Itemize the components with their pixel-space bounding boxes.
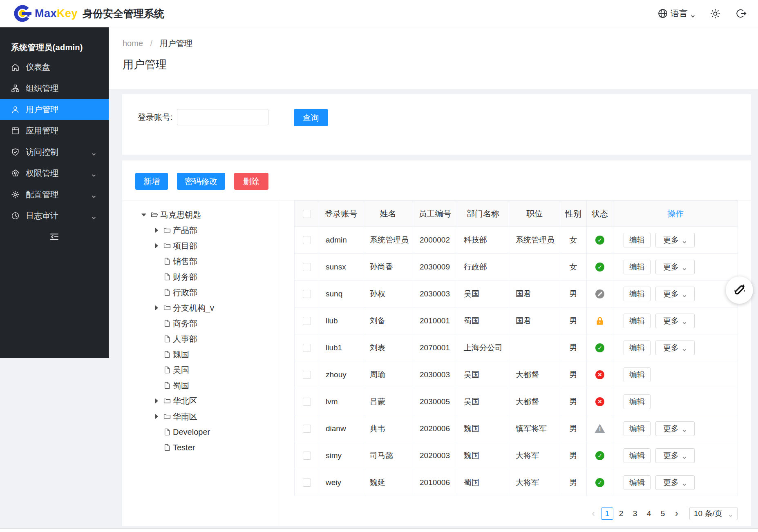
row-checkbox[interactable] xyxy=(303,398,311,406)
sidebar-item-1[interactable]: 组织管理 xyxy=(0,78,109,99)
page-button-1[interactable]: 1 xyxy=(601,508,613,520)
file-icon xyxy=(163,443,171,452)
content: 登录账号: 查询 新增 密码修改 删除 马克思钥匙产品部项目部销售部财务部行政部… xyxy=(109,89,758,532)
sidebar-item-3[interactable]: 应用管理 xyxy=(0,120,109,141)
tree-node-5[interactable]: 行政部 xyxy=(122,285,279,300)
page-size-select[interactable]: 10 条/页 xyxy=(689,507,738,520)
caret-placeholder xyxy=(154,336,159,342)
caret-right-icon[interactable] xyxy=(154,414,159,419)
sidebar-item-2[interactable]: 用户管理 xyxy=(0,99,109,120)
change-password-button[interactable]: 密码修改 xyxy=(177,173,225,190)
caret-placeholder xyxy=(154,274,159,280)
sidebar-item-6[interactable]: 配置管理 xyxy=(0,184,109,205)
cell-dept: 蜀国 xyxy=(457,307,509,334)
more-button[interactable]: 更多 xyxy=(655,287,695,301)
page-button-2[interactable]: 2 xyxy=(615,508,627,520)
more-label: 更多 xyxy=(663,316,679,326)
sidebar-item-4[interactable]: 访问控制 xyxy=(0,141,109,162)
next-page-button[interactable]: › xyxy=(671,508,683,520)
tree-node-7[interactable]: 商务部 xyxy=(122,316,279,331)
edit-button[interactable]: 编辑 xyxy=(624,367,651,382)
edit-button[interactable]: 编辑 xyxy=(624,287,651,301)
edit-button[interactable]: 编辑 xyxy=(624,341,651,355)
row-checkbox[interactable] xyxy=(303,479,311,487)
tree-node-label: 人事部 xyxy=(173,334,197,345)
more-button[interactable]: 更多 xyxy=(655,260,695,274)
cell-position: 镇军将军 xyxy=(509,415,560,442)
tree-node-1[interactable]: 产品部 xyxy=(122,223,279,238)
cell-empno: 2010001 xyxy=(413,307,457,334)
row-checkbox[interactable] xyxy=(303,452,311,460)
cell-name: 孙尚香 xyxy=(363,254,413,280)
more-button[interactable]: 更多 xyxy=(655,341,695,355)
login-account-input[interactable] xyxy=(177,109,268,125)
edit-button[interactable]: 编辑 xyxy=(624,314,651,328)
status-disabled-icon xyxy=(595,289,604,298)
tree-node-label: 商务部 xyxy=(173,318,197,329)
tree-node-6[interactable]: 分支机构_v xyxy=(122,300,279,316)
cell-position: 大将军 xyxy=(509,469,560,496)
add-button[interactable]: 新增 xyxy=(135,173,168,190)
more-button[interactable]: 更多 xyxy=(655,314,695,328)
magic-wand-button[interactable] xyxy=(726,276,753,304)
more-button[interactable]: 更多 xyxy=(655,448,695,463)
row-checkbox[interactable] xyxy=(303,425,311,433)
tree-node-12[interactable]: 华北区 xyxy=(122,393,279,409)
cell-gender: 男 xyxy=(560,415,587,442)
row-checkbox[interactable] xyxy=(303,236,311,244)
tree-node-13[interactable]: 华南区 xyxy=(122,409,279,424)
caret-right-icon[interactable] xyxy=(154,243,159,249)
language-selector[interactable]: 语言 xyxy=(657,8,695,19)
menu-fold-icon[interactable] xyxy=(49,232,59,242)
tree-node-3[interactable]: 销售部 xyxy=(122,254,279,269)
tree-node-0[interactable]: 马克思钥匙 xyxy=(122,207,279,223)
caret-down-icon[interactable] xyxy=(141,212,147,218)
tree-node-14[interactable]: Developer xyxy=(122,424,279,440)
breadcrumb-home-link[interactable]: home xyxy=(123,39,143,48)
gear-icon xyxy=(11,190,20,199)
edit-button[interactable]: 编辑 xyxy=(624,260,651,274)
edit-button[interactable]: 编辑 xyxy=(624,394,651,409)
row-checkbox[interactable] xyxy=(303,371,311,379)
edit-button[interactable]: 编辑 xyxy=(624,233,651,247)
settings-gear-icon[interactable] xyxy=(709,8,721,20)
row-checkbox[interactable] xyxy=(303,344,311,352)
brand-name: MaxKey xyxy=(35,7,78,20)
tree-node-9[interactable]: 魏国 xyxy=(122,347,279,362)
edit-button[interactable]: 编辑 xyxy=(624,421,651,436)
more-button[interactable]: 更多 xyxy=(655,475,695,490)
tree-node-2[interactable]: 项目部 xyxy=(122,238,279,254)
select-all-checkbox[interactable] xyxy=(303,210,311,218)
logout-icon[interactable] xyxy=(735,8,747,19)
shield-icon xyxy=(11,148,20,156)
sidebar-item-0[interactable]: 仪表盘 xyxy=(0,56,109,78)
tree-node-15[interactable]: Tester xyxy=(122,440,279,455)
caret-right-icon[interactable] xyxy=(154,227,159,233)
tree-node-4[interactable]: 财务部 xyxy=(122,269,279,285)
edit-button[interactable]: 编辑 xyxy=(624,448,651,463)
sidebar-item-7[interactable]: 日志审计 xyxy=(0,205,109,226)
row-checkbox[interactable] xyxy=(303,290,311,298)
tree-node-8[interactable]: 人事部 xyxy=(122,331,279,347)
page-button-5[interactable]: 5 xyxy=(657,508,669,520)
page-button-3[interactable]: 3 xyxy=(629,508,641,520)
tree-node-10[interactable]: 吴国 xyxy=(122,362,279,378)
caret-right-icon[interactable] xyxy=(154,398,159,404)
sidebar-item-5[interactable]: 权限管理 xyxy=(0,162,109,184)
row-select-cell xyxy=(295,334,319,361)
row-checkbox[interactable] xyxy=(303,317,311,325)
query-button[interactable]: 查询 xyxy=(294,109,328,126)
row-checkbox[interactable] xyxy=(303,263,311,271)
table-header-row: 登录账号姓名员工编号部门名称职位性别状态操作 xyxy=(295,201,738,227)
edit-button[interactable]: 编辑 xyxy=(624,475,651,490)
more-button[interactable]: 更多 xyxy=(655,421,695,436)
tree-node-label: Tester xyxy=(173,443,195,452)
column-header-7: 操作 xyxy=(613,201,738,227)
page-button-4[interactable]: 4 xyxy=(643,508,655,520)
cell-account: weiy xyxy=(319,469,363,496)
more-button[interactable]: 更多 xyxy=(655,233,695,247)
caret-right-icon[interactable] xyxy=(154,305,159,311)
delete-button[interactable]: 删除 xyxy=(234,173,268,190)
prev-page-button[interactable]: ‹ xyxy=(587,508,599,520)
tree-node-11[interactable]: 蜀国 xyxy=(122,378,279,393)
